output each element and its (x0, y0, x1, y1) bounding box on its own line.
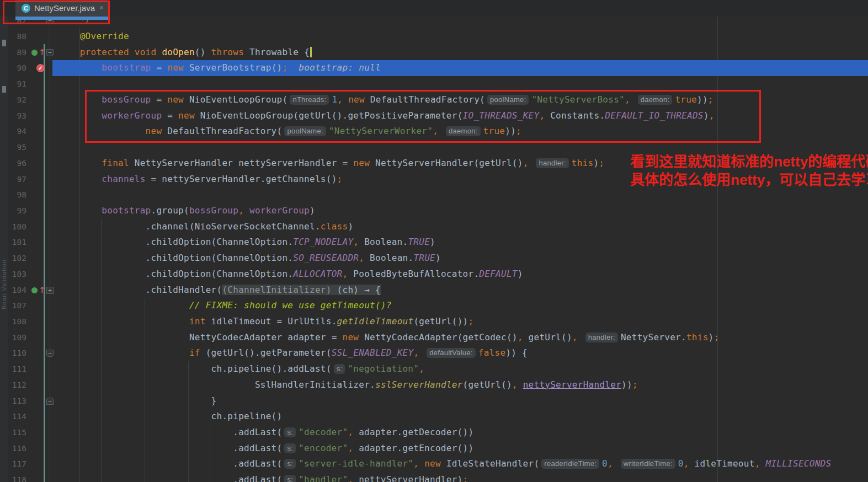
code-token (58, 174, 102, 184)
code-token: ) (430, 237, 435, 247)
code-text: int idleTimeout = UrlUtils.getIdleTimeou… (58, 314, 473, 330)
code-token: "server-idle-handler" (299, 458, 413, 469)
code-token: ch.pipeline().addLast( (211, 363, 332, 374)
code-token: .addLast( (233, 474, 282, 482)
code-line-99: 99 bootstrap.group(bossGroup, workerGrou… (0, 203, 868, 219)
code-token: bootstrap (102, 205, 151, 216)
code-token: , (413, 347, 419, 358)
code-token: ALLOCATOR (293, 269, 342, 279)
code-token (613, 458, 619, 469)
code-token (58, 316, 189, 326)
code-text: NettyCodecAdapter adapter = new NettyCod… (58, 330, 719, 346)
code-token: ) (310, 205, 315, 216)
code-token: (getUrl().getParameter( (200, 347, 332, 358)
tool-window-stripe: Bean Validation (0, 0, 8, 482)
overrides-method-icon[interactable] (31, 287, 38, 293)
code-text: .addLast(s:"server-idle-handler", new Id… (58, 456, 831, 472)
code-token: .channel(NioServerSocketChannel. (146, 221, 321, 232)
code-token: idleTimeout = UrlUtils. (206, 316, 337, 326)
code-token: = (151, 62, 168, 73)
code-text: .addLast(s:"handler", nettyServerHandler… (58, 472, 468, 482)
code-token: adapter.getDecoder()) (353, 427, 473, 437)
code-token: ServerBootstrap() (184, 62, 282, 73)
code-token (419, 347, 424, 358)
code-token: .addLast( (233, 427, 282, 437)
code-token: adapter.getEncoder()) (353, 443, 473, 453)
code-token: )) { (505, 347, 528, 358)
parameter-hint: s: (284, 459, 296, 469)
caret (310, 47, 312, 57)
code-text: @Override (58, 29, 129, 45)
code-token: () (195, 47, 211, 57)
fold-marker-end[interactable]: − (46, 398, 54, 405)
code-token: { (304, 47, 310, 57)
parameter-hint: s: (334, 364, 345, 374)
code-text: // FIXME: should we use getTimeout()? (58, 298, 392, 314)
code-line-109: 109 NettyCodecAdapter adapter = new Nett… (0, 330, 868, 346)
code-text: channels = nettyServerHandler.getChannel… (58, 172, 343, 188)
code-token (58, 458, 233, 469)
override-arrow-icon[interactable]: ↑ (39, 46, 46, 58)
code-token: ; (337, 174, 343, 184)
code-token (58, 253, 146, 263)
code-token: ) (435, 253, 441, 263)
annotation-rect-tab (3, 1, 110, 24)
tool-window-stripe-label[interactable]: Bean Validation (1, 259, 7, 309)
code-token (58, 62, 102, 73)
code-token: new (353, 158, 370, 168)
code-text: ch.pipeline().addLast(s:"negotiation", (58, 361, 424, 377)
code-line-110: 110− if (getUrl().getParameter(SSL_ENABL… (0, 345, 868, 361)
code-token: , (342, 269, 348, 279)
fold-marker-open[interactable]: − (46, 49, 54, 56)
annotation-note-text: 看到这里就知道标准的netty的编程代码了， 具体的怎么使用netty，可以自己… (630, 153, 868, 189)
bookmark-icon[interactable]: ✓ (36, 63, 45, 73)
code-token: IdleStateHandler( (441, 458, 539, 469)
code-line-98: 98 (0, 187, 868, 203)
code-line-101: 101 .childOption(ChannelOption.TCP_NODEL… (0, 234, 868, 250)
code-token: getUrl() (523, 332, 572, 342)
override-arrow-icon[interactable]: ↑ (39, 284, 46, 296)
code-line-116: 116 .addLast(s:"encoder", adapter.getEnc… (0, 441, 868, 457)
annotation-note-line2: 具体的怎么使用netty，可以自己去学习一下 (630, 171, 868, 189)
fold-marker-open[interactable]: − (46, 350, 54, 357)
code-token: ; (599, 158, 604, 168)
code-text: .addLast(s:"encoder", adapter.getEncoder… (58, 441, 473, 457)
code-text: .channel(NioServerSocketChannel.class) (58, 219, 353, 235)
code-text: .childOption(ChannelOption.SO_REUSEADDR,… (58, 250, 441, 266)
code-token: = nettyServerHandler.getChannels() (146, 174, 337, 184)
tool-window-button-icon[interactable] (2, 86, 6, 93)
tool-window-button-icon[interactable] (2, 40, 6, 46)
code-token: ; (282, 62, 287, 73)
code-token: .childOption(ChannelOption. (146, 253, 294, 263)
editor-tab-bar: C NettyServer.java × (0, 0, 868, 17)
code-token: ) (518, 269, 523, 279)
code-token: SO_REUSEADDR (293, 253, 359, 263)
code-token: .addLast( (233, 458, 282, 469)
code-token (58, 158, 102, 168)
code-token: ; (713, 332, 719, 342)
code-token: NettyCodecAdapter(getCodec() (359, 332, 517, 342)
code-editor[interactable]: 87− */88 @Override89↑− protected void do… (0, 0, 868, 482)
code-line-111: 111 ch.pipeline().addLast(s:"negotiation… (0, 361, 868, 377)
overrides-method-icon[interactable] (31, 50, 38, 56)
ide-window: 87− */88 @Override89↑− protected void do… (0, 0, 868, 482)
code-token: doOpen (162, 47, 194, 57)
parameter-hint: s: (284, 443, 296, 453)
code-token: "handler" (299, 474, 348, 482)
code-token (58, 411, 211, 421)
code-token: ) (593, 158, 599, 168)
code-token (58, 300, 189, 310)
code-token: (getUrl() (463, 379, 512, 390)
code-token: (getUrl()) (413, 316, 468, 326)
fold-marker-closed[interactable]: + (46, 287, 54, 294)
code-token: NettyServerHandler(getUrl() (370, 158, 523, 168)
code-token: this (686, 332, 709, 342)
code-token: , (359, 253, 364, 263)
code-text: bootstrap.group(bossGroup, workerGroup) (58, 203, 315, 219)
code-token: sslServerHandler (375, 379, 463, 390)
code-token: "negotiation" (348, 363, 419, 374)
code-token: throws (211, 47, 244, 57)
code-token (760, 458, 766, 469)
parameter-hint: handler: (536, 158, 568, 168)
code-token: nettyServerHandler) (353, 474, 462, 482)
